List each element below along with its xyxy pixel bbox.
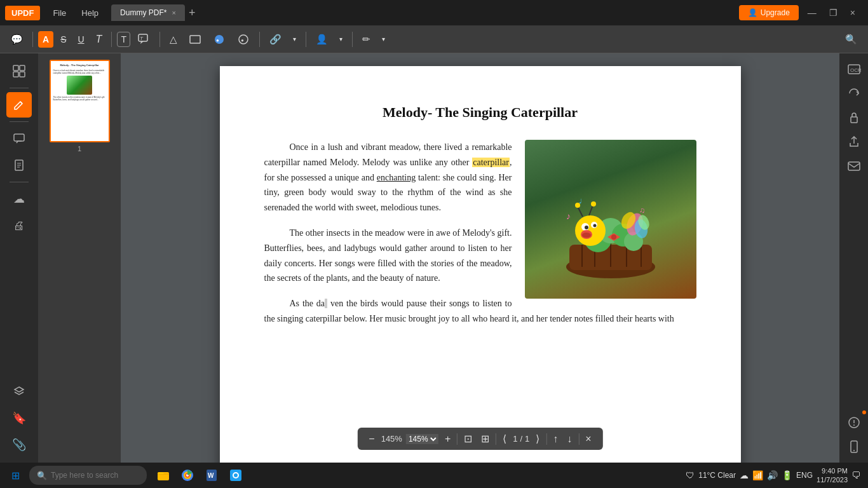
svg-point-33 [582,233,591,238]
tray-onedrive-icon[interactable]: ☁ [740,470,749,480]
fit-width-button[interactable]: ⊞ [478,431,492,446]
taskbar-app-4[interactable] [224,464,247,487]
sidebar-layers-icon[interactable] [6,379,32,404]
windows-icon: ⊞ [11,470,20,482]
tab-label: Dummy PDF* [120,8,166,17]
link-tool[interactable]: 🔗 [265,30,286,48]
upgrade-button[interactable]: 👤 Upgrade [739,5,799,20]
thumbnail-page-1[interactable]: Melody - The Singing Caterpillar Once in… [50,60,110,152]
sidebar-edit-icon[interactable] [6,92,32,118]
svg-point-56 [853,450,855,451]
svg-rect-51 [848,162,860,170]
tray-weather-icon[interactable]: 11°C Clear [698,471,736,480]
taskbar-apps: W [152,464,247,487]
sidebar-attachment-icon[interactable]: 📎 [6,432,32,458]
svg-point-31 [593,224,596,227]
pdf-area[interactable]: Melody- The Singing Caterpillar [121,53,839,463]
link-dropdown[interactable]: ▾ [288,32,301,46]
zoom-out-button[interactable]: − [366,432,377,446]
svg-point-40 [611,234,616,240]
zoom-bar: − 145% 145% 100% 75% 50% + ⊡ ⊞ ⟨ 1 / 1 ⟩… [357,428,602,450]
sidebar-pages-icon[interactable] [6,152,32,178]
sidebar-comment-icon[interactable] [6,126,32,151]
main-area: ☁ 🖨 🔖 📎 Melody - The Singing Caterpillar… [0,53,868,463]
zoom-separator-4 [578,433,579,445]
underline-tool[interactable]: U [73,31,88,48]
pdf-para1-text: Once in a lush and vibrant meadow, there… [264,142,512,212]
text-tool[interactable]: T [92,30,107,48]
callout-tool[interactable]: T [133,30,154,49]
rect-tool[interactable] [184,30,206,49]
minimize-button[interactable]: — [804,6,820,19]
stamp-tool[interactable]: 👤 [311,30,332,48]
tray-notification-icon[interactable]: 🗨 [851,470,860,480]
right-ocr-icon[interactable]: OCR [843,58,865,80]
search-icon: 🔍 [37,471,47,480]
fit-page-button[interactable]: ⊡ [461,431,475,446]
taskbar-word[interactable]: W [200,464,223,487]
taskbar-tray: 🛡 11°C Clear ☁ 📶 🔊 🔋 ENG 9:40 PM 11/7/20… [686,466,860,485]
taskbar-file-explorer[interactable] [152,464,175,487]
start-button[interactable]: ⊞ [4,464,27,487]
sidebar-print-icon[interactable]: 🖨 [6,213,32,238]
tab-close-button[interactable]: × [172,9,175,17]
last-page-button[interactable]: ⟩ [533,431,542,446]
next-page-button[interactable]: ↓ [564,432,574,446]
pen-dropdown[interactable]: ▾ [377,32,390,46]
tray-volume-icon[interactable]: 🔊 [767,470,778,480]
right-notification-icon[interactable] [843,412,865,433]
pen-tool[interactable]: ✏ [358,30,375,48]
close-button[interactable]: × [846,6,859,19]
active-tab[interactable]: Dummy PDF* × [111,4,185,21]
thumbnail-page-number: 1 [78,145,81,152]
shape-tool[interactable]: △ [165,30,182,48]
comment-tool[interactable]: 💬 [6,30,27,48]
tray-battery-icon[interactable]: 🔋 [782,470,792,480]
zoom-select[interactable]: 145% 100% 75% 50% [406,434,438,444]
updf-logo[interactable]: UPDF [5,6,40,20]
thumbnail-panel: Melody - The Singing Caterpillar Once in… [38,53,121,463]
sidebar-cloud-icon[interactable]: ☁ [6,186,32,212]
right-protect-icon[interactable] [843,107,865,128]
color-fill-tool[interactable]: ● [233,30,254,49]
menu-help[interactable]: Help [75,6,105,20]
first-page-button[interactable]: ⟨ [500,431,509,446]
zoom-level-display: 145% [381,434,402,444]
taskbar-browser[interactable] [176,464,199,487]
search-tool[interactable]: 🔍 [841,30,862,48]
text-box-tool[interactable]: T [117,32,130,47]
zoom-separator-3 [546,433,546,445]
svg-rect-10 [20,72,25,77]
maximize-button[interactable]: ❐ [825,6,841,19]
current-page: 1 [513,434,517,444]
zoom-close-button[interactable]: × [583,432,593,446]
sidebar-thumbnail-icon[interactable] [6,58,32,84]
page-indicator: 1 / 1 [513,434,529,444]
right-share-icon[interactable] [843,131,865,152]
tray-security-icon[interactable]: 🛡 [686,470,695,480]
svg-rect-9 [13,72,18,77]
tray-clock[interactable]: 9:40 PM 11/7/2023 [817,466,848,485]
prev-page-button[interactable]: ↑ [550,432,560,446]
menu-file[interactable]: File [46,6,72,20]
search-input[interactable] [51,471,133,480]
right-convert-icon[interactable] [843,83,865,104]
search-bar[interactable]: 🔍 [29,466,147,485]
svg-text:♪: ♪ [566,212,571,221]
toolbar-separator-2 [111,32,112,47]
stamp-dropdown[interactable]: ▾ [335,32,347,46]
tray-language-icon[interactable]: ENG [796,471,813,480]
right-email-icon[interactable] [843,155,865,177]
pdf-para-1: ♪ ♫ ♩ Once in a lush and vibrant meadow,… [264,140,696,215]
strikethrough-tool[interactable]: S [56,31,71,48]
left-sidebar: ☁ 🖨 🔖 📎 [0,53,38,463]
zoom-in-button[interactable]: + [442,432,453,446]
upgrade-label: Upgrade [761,8,790,17]
right-mobile-icon[interactable] [843,436,865,458]
sidebar-bookmark-icon[interactable]: 🔖 [6,405,32,431]
tray-network-icon[interactable]: 📶 [752,470,763,480]
tab-add-button[interactable]: + [189,6,196,20]
highlight-tool[interactable]: A [38,31,53,48]
taskbar: ⊞ 🔍 W 🛡 11°C Clear ☁ 📶 🔊 🔋 ENG 9:40 PM 1… [0,463,868,488]
color-tool[interactable]: ● [208,30,230,49]
